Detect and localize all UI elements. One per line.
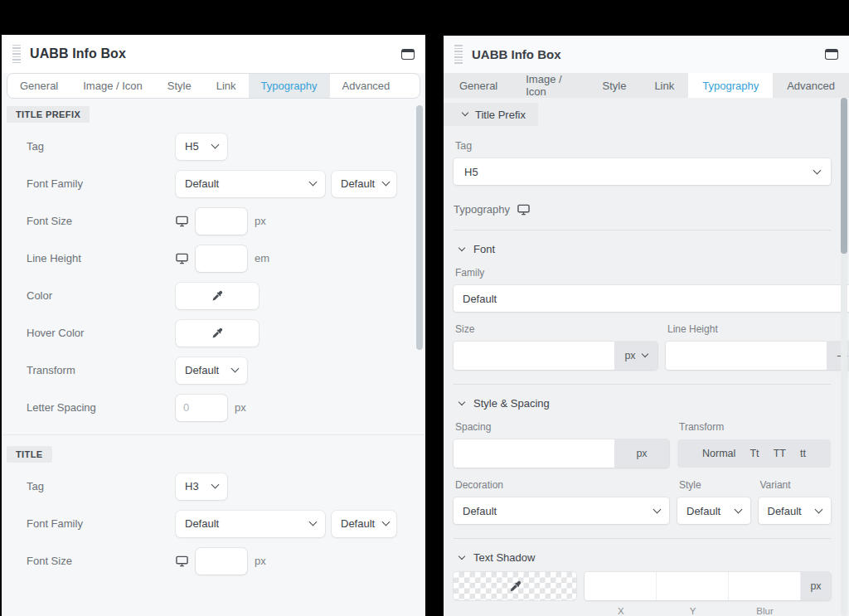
line-height-input[interactable]	[666, 342, 827, 370]
transform-normal-option[interactable]: Normal	[699, 448, 739, 459]
style-select[interactable]: Default	[677, 497, 750, 524]
chevron-down-icon	[309, 518, 318, 526]
variant-value: Default	[768, 505, 802, 517]
scrollbar-track	[841, 98, 847, 616]
section-header-style-spacing[interactable]: Style & Spacing	[459, 397, 831, 410]
field-row-font-size: Font Size px	[2, 542, 425, 580]
tab-typography[interactable]: Typography	[249, 74, 330, 98]
font-weight-value: Default	[341, 177, 375, 190]
family-label: Family	[455, 267, 849, 279]
line-height-input[interactable]	[196, 245, 247, 272]
section-header-label: Title Prefix	[475, 109, 526, 121]
style-label: Style	[679, 479, 750, 491]
transform-select[interactable]: Default	[176, 357, 247, 384]
tab-general[interactable]: General	[445, 73, 512, 98]
tag-label: Tag	[27, 480, 176, 492]
title-font-weight-select[interactable]: Default	[332, 511, 396, 537]
section-header-font[interactable]: Font	[459, 243, 831, 255]
chevron-down-icon	[231, 365, 240, 373]
window-toggle-icon[interactable]	[401, 49, 415, 60]
decoration-label: Decoration	[455, 479, 669, 491]
tab-style[interactable]: Style	[588, 73, 640, 98]
tab-link[interactable]: Link	[640, 73, 688, 98]
tab-style[interactable]: Style	[155, 74, 204, 98]
text-shadow-inputs: px	[585, 572, 831, 600]
hover-color-picker-button[interactable]	[176, 320, 259, 347]
section-header-text-shadow[interactable]: Text Shadow	[459, 551, 831, 564]
text-shadow-color-picker[interactable]	[454, 572, 576, 600]
field-transform: Transform Normal Tt TT tt	[677, 410, 831, 468]
divider	[454, 230, 831, 230]
responsive-monitor-icon[interactable]	[176, 253, 188, 264]
tab-image-icon[interactable]: Image / Icon	[70, 74, 155, 98]
responsive-monitor-icon[interactable]	[176, 216, 188, 227]
font-size-input[interactable]	[196, 208, 247, 235]
field-row-line-height: Line Height em	[2, 240, 425, 277]
color-picker-button[interactable]	[176, 283, 259, 309]
drag-handle-icon[interactable]	[454, 45, 463, 64]
text-shadow-y-input[interactable]	[657, 572, 729, 600]
family-select[interactable]: Default	[454, 285, 849, 312]
font-family-select[interactable]: Default	[176, 171, 325, 197]
font-family-label: Font Family	[27, 177, 176, 190]
tab-advanced[interactable]: Advanced	[330, 74, 403, 98]
text-shadow-unit-value: px	[810, 580, 821, 592]
font-size-label: Font Size	[27, 215, 176, 227]
drag-handle-icon[interactable]	[12, 45, 21, 64]
field-size: Size px	[454, 312, 657, 370]
section-header-label: Style & Spacing	[473, 397, 550, 410]
title-font-size-input[interactable]	[196, 548, 247, 575]
text-shadow-axis-labels: X Y Blur	[454, 606, 831, 616]
decoration-select[interactable]: Default	[454, 497, 669, 524]
title-tag-select[interactable]: H3	[176, 473, 227, 500]
transform-label: Transform	[27, 364, 176, 376]
section-title-prefix: TITLE PREFIX	[7, 106, 90, 123]
responsive-monitor-icon[interactable]	[176, 555, 188, 567]
transform-capitalize-option[interactable]: Tt	[746, 448, 762, 459]
chevron-down-icon	[211, 481, 220, 489]
line-height-label: Line Height	[27, 252, 176, 264]
tab-advanced[interactable]: Advanced	[773, 73, 849, 98]
chevron-down-icon	[458, 398, 465, 405]
letter-spacing-input[interactable]	[176, 395, 227, 421]
transform-uppercase-option[interactable]: TT	[770, 448, 789, 459]
tab-typography[interactable]: Typography	[688, 73, 773, 98]
size-unit-value: px	[624, 350, 635, 361]
section-header-title-prefix[interactable]: Title Prefix	[444, 103, 538, 126]
size-unit-select[interactable]: px	[614, 342, 657, 370]
font-size-label: Font Size	[27, 555, 176, 567]
text-shadow-x-input[interactable]	[585, 572, 657, 600]
scrollbar-thumb[interactable]	[416, 105, 423, 350]
tab-image-icon[interactable]: Image / Icon	[512, 73, 588, 98]
decoration-value: Default	[463, 505, 497, 517]
tag-select[interactable]: H5	[176, 133, 227, 160]
text-shadow-blur-input[interactable]	[729, 572, 801, 600]
field-style: Style Default	[677, 468, 750, 524]
chevron-down-icon	[309, 178, 318, 187]
title-prefix-fields: Tag H5 Font Family Default Default Fo	[2, 128, 425, 426]
tab-general[interactable]: General	[7, 74, 70, 98]
field-row-tag: Tag H3	[2, 468, 425, 505]
eyedropper-icon	[509, 580, 522, 593]
variant-select[interactable]: Default	[759, 497, 832, 524]
title-font-family-select[interactable]: Default	[176, 511, 325, 537]
scrollbar-thumb[interactable]	[841, 98, 847, 254]
transform-lowercase-option[interactable]: tt	[797, 448, 809, 459]
responsive-monitor-icon[interactable]	[517, 204, 530, 216]
chevron-down-icon	[734, 505, 742, 513]
eyedropper-icon	[211, 327, 223, 339]
text-shadow-row: px	[454, 572, 831, 600]
letter-spacing-unit: px	[235, 401, 246, 414]
tab-link[interactable]: Link	[204, 74, 249, 98]
font-weight-select[interactable]: Default	[332, 171, 396, 197]
section-header-label: Font	[473, 243, 495, 255]
window-toggle-icon[interactable]	[825, 49, 838, 60]
typography-label: Typography	[454, 203, 510, 216]
transform-segmented-control: Normal Tt TT tt	[677, 439, 831, 468]
panel-body: TITLE PREFIX Tag H5 Font Family Default …	[2, 99, 425, 580]
size-input[interactable]	[454, 342, 614, 370]
spacing-input[interactable]	[454, 439, 614, 468]
field-row-transform: Transform Default	[2, 352, 425, 389]
tag-select[interactable]: H5	[454, 158, 831, 185]
color-label: Color	[27, 289, 176, 302]
